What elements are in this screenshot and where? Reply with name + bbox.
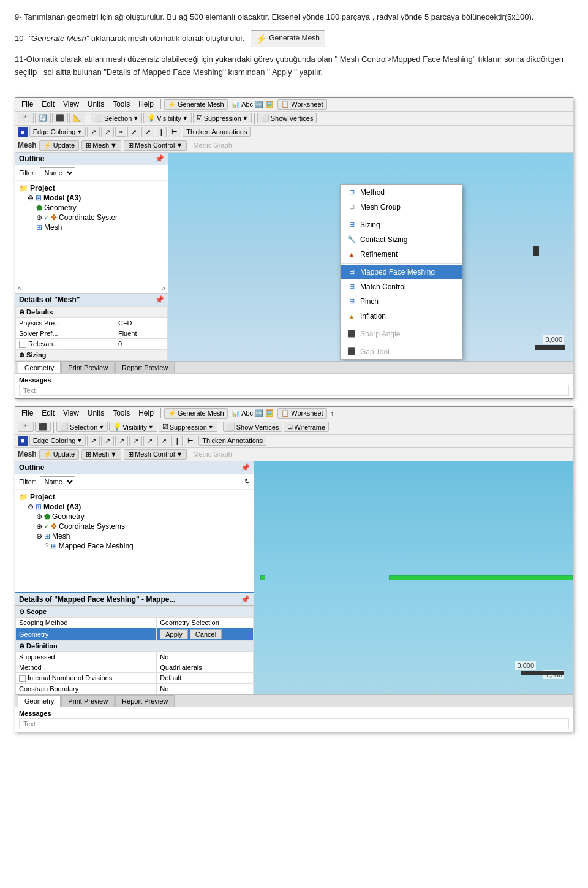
outline-pin-icon-2[interactable]: 📌 bbox=[241, 463, 250, 472]
tree2-mesh[interactable]: ⊖ ⊞ Mesh bbox=[19, 531, 250, 541]
show-vertices-btn[interactable]: ⬜ Show Vertices bbox=[257, 113, 317, 123]
menu2-view[interactable]: View bbox=[59, 408, 83, 418]
mesh-btn-2[interactable]: ⊞ Mesh ▼ bbox=[81, 449, 121, 460]
detail2-key-constrain: Constrain Boundary bbox=[16, 683, 157, 694]
selection-btn[interactable]: ⬜ Selection ▼ bbox=[91, 113, 142, 123]
mesh-control-btn-2[interactable]: ⊞ Mesh Control ▼ bbox=[124, 449, 187, 460]
dropdown-inflation[interactable]: ▲ Inflation bbox=[341, 309, 462, 324]
scroll-left[interactable]: < bbox=[18, 284, 21, 292]
checkbox-internal[interactable] bbox=[19, 675, 26, 682]
thicken-annotations-btn-2[interactable]: Thicken Annotations bbox=[198, 436, 266, 446]
tab-geometry-1[interactable]: Geometry bbox=[18, 362, 61, 373]
mesh-control-btn[interactable]: ⊞ Mesh Control ▼ bbox=[124, 140, 187, 151]
edge-coloring-btn[interactable]: Edge Coloring ▼ bbox=[29, 127, 86, 137]
dropdown-match-control[interactable]: ⊞ Match Control bbox=[341, 279, 462, 294]
worksheet-button[interactable]: 📋 Worksheet bbox=[277, 99, 326, 110]
menu-units[interactable]: Units bbox=[84, 99, 108, 109]
menu2-help[interactable]: Help bbox=[135, 408, 157, 418]
suppression-btn-2[interactable]: ☑ Suppression ▼ bbox=[159, 422, 217, 432]
outline-pin-icon[interactable]: 📌 bbox=[155, 154, 164, 163]
menu-edit[interactable]: Edit bbox=[38, 99, 58, 109]
suppression-arrow-2: ▼ bbox=[208, 424, 214, 430]
tree-project[interactable]: 📁 Project bbox=[19, 183, 164, 193]
edge-tool-2b-1[interactable]: ↗ bbox=[87, 436, 100, 446]
tab-print-2[interactable]: Print Preview bbox=[61, 695, 115, 707]
details-pin-icon-2[interactable]: 📌 bbox=[241, 595, 250, 604]
show-vertices-btn-2[interactable]: ⬜ Show Vertices bbox=[223, 422, 283, 432]
tree2-geometry[interactable]: ⊕ ⬟ Geometry bbox=[19, 512, 250, 522]
tree-geometry[interactable]: ⬟ Geometry bbox=[19, 203, 164, 213]
menu-help[interactable]: Help bbox=[135, 99, 157, 109]
tab-report-2[interactable]: Report Preview bbox=[115, 695, 175, 707]
filter-select-2[interactable]: Name bbox=[40, 476, 75, 487]
edge-tool-2b-7[interactable]: ‖ bbox=[172, 436, 183, 446]
apply-button[interactable]: Apply bbox=[160, 629, 188, 639]
detail2-row-geometry[interactable]: Geometry Apply Cancel bbox=[16, 628, 254, 641]
edge-tool-2b-2[interactable]: ↗ bbox=[101, 436, 114, 446]
menu2-tools[interactable]: Tools bbox=[109, 408, 134, 418]
mesh-btn[interactable]: ⊞ Mesh ▼ bbox=[81, 140, 121, 151]
tab-print-1[interactable]: Print Preview bbox=[61, 362, 115, 373]
nav-btn-4[interactable]: 📐 bbox=[69, 113, 85, 123]
visibility-btn-2[interactable]: 💡 Visibility ▼ bbox=[109, 422, 157, 432]
refresh-icon-2[interactable]: ↻ bbox=[244, 477, 250, 485]
update-btn-2[interactable]: ⚡ Update bbox=[39, 449, 79, 460]
tree2-model[interactable]: ⊖ ⊞ Model (A3) bbox=[19, 502, 250, 512]
visibility-btn[interactable]: 💡 Visibility ▼ bbox=[143, 113, 191, 123]
filter-select[interactable]: Name bbox=[40, 167, 75, 178]
edge-tool-2b-3[interactable]: ↗ bbox=[115, 436, 128, 446]
messages-area-1: Messages Text bbox=[15, 373, 573, 398]
edge-tool-6[interactable]: ‖ bbox=[156, 127, 167, 137]
menu2-units[interactable]: Units bbox=[84, 408, 108, 418]
nav-btn-1[interactable]: 🖱️ bbox=[18, 113, 34, 123]
nav-btn-2[interactable]: 🔄 bbox=[35, 113, 51, 123]
edge-tool-3[interactable]: ≈ bbox=[115, 127, 126, 137]
worksheet-button-2[interactable]: 📋 Worksheet bbox=[277, 408, 326, 419]
dropdown-refinement[interactable]: ▲ Refinement bbox=[341, 247, 462, 262]
edge-tool-2[interactable]: ↗ bbox=[101, 127, 114, 137]
checkbox-relevan[interactable] bbox=[19, 341, 26, 348]
cancel-button[interactable]: Cancel bbox=[190, 629, 222, 639]
menu2-edit[interactable]: Edit bbox=[38, 408, 58, 418]
selection-btn-2[interactable]: ⬜ Selection ▼ bbox=[56, 422, 108, 432]
menu-view[interactable]: View bbox=[59, 99, 83, 109]
tree-model[interactable]: ⊖ ⊞ Model (A3) bbox=[19, 193, 164, 203]
scroll-right[interactable]: > bbox=[162, 284, 165, 292]
update-btn[interactable]: ⚡ Update bbox=[39, 140, 79, 151]
generate-mesh-button[interactable]: ⚡ Generate Mesh bbox=[164, 99, 228, 110]
edge-tool-2b-6[interactable]: ↗ bbox=[157, 436, 170, 446]
dropdown-pinch[interactable]: ⊞ Pinch bbox=[341, 294, 462, 309]
generate-mesh-button-2[interactable]: ⚡ Generate Mesh bbox=[164, 408, 228, 419]
menu-file[interactable]: File bbox=[18, 99, 37, 109]
wireframe-btn-2[interactable]: ⊞ Wireframe bbox=[284, 422, 329, 432]
dropdown-contact-sizing[interactable]: 🔧 Contact Sizing bbox=[341, 232, 462, 247]
tree2-coordinate[interactable]: ⊕ ✓ ✤ Coordinate Systems bbox=[19, 522, 250, 531]
dropdown-sizing[interactable]: ⊞ Sizing bbox=[341, 218, 462, 232]
dropdown-mapped-face[interactable]: ⊞ Mapped Face Meshing bbox=[341, 265, 462, 279]
generate-mesh-inline-btn[interactable]: ⚡ Generate Mesh bbox=[251, 30, 325, 47]
tree2-project[interactable]: 📁 Project bbox=[19, 492, 250, 502]
edge-coloring-btn-2[interactable]: Edge Coloring ▼ bbox=[29, 436, 86, 446]
edge-tool-1[interactable]: ↗ bbox=[87, 127, 100, 137]
dropdown-mesh-group[interactable]: ⊞ Mesh Group bbox=[341, 200, 462, 214]
menu-tools[interactable]: Tools bbox=[109, 99, 134, 109]
edge-tool-5[interactable]: ↗ bbox=[141, 127, 154, 137]
menu2-file[interactable]: File bbox=[18, 408, 37, 418]
nav-btn-2b-1[interactable]: 🖱️ bbox=[18, 422, 34, 432]
edge-tool-2b-4[interactable]: ↗ bbox=[129, 436, 142, 446]
edge-tool-4[interactable]: ↗ bbox=[127, 127, 140, 137]
thicken-annotations-btn[interactable]: Thicken Annotations bbox=[183, 127, 251, 137]
edge-tool-2b-5[interactable]: ↗ bbox=[143, 436, 156, 446]
tree-coordinate[interactable]: ⊕ ✓ ✤ Coordinate Syster bbox=[19, 213, 164, 222]
edge-tool-7[interactable]: ⊢ bbox=[168, 127, 181, 137]
tree-mesh[interactable]: ⊞ Mesh bbox=[19, 222, 164, 232]
nav-btn-2b-2[interactable]: ⬛ bbox=[35, 422, 51, 432]
tab-geometry-2[interactable]: Geometry bbox=[18, 695, 61, 707]
suppression-btn[interactable]: ☑ Suppression ▼ bbox=[193, 113, 252, 123]
details-pin-icon[interactable]: 📌 bbox=[155, 295, 164, 304]
edge-tool-2b-8[interactable]: ⊢ bbox=[184, 436, 197, 446]
tree2-mapped[interactable]: ? ⊞ Mapped Face Meshing bbox=[19, 541, 250, 551]
nav-btn-3[interactable]: ⬛ bbox=[52, 113, 68, 123]
dropdown-method[interactable]: ⊞ Method bbox=[341, 185, 462, 200]
tab-report-1[interactable]: Report Preview bbox=[115, 362, 175, 373]
